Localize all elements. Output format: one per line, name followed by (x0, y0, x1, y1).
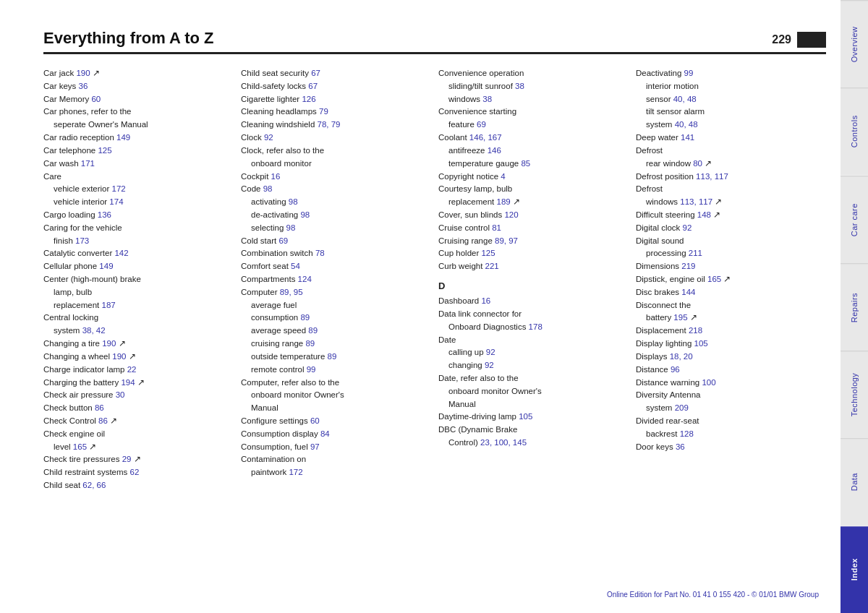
list-item: Cold start 69 (241, 235, 431, 248)
list-item: system 209 (636, 402, 826, 415)
list-item: Divided rear-seat (636, 415, 826, 428)
list-item: Car radio reception 149 (43, 132, 234, 145)
list-item: Combination switch 78 (241, 247, 431, 260)
list-item: Check engine oil (43, 428, 234, 441)
tab-index[interactable]: Index (841, 526, 868, 613)
list-item: Car keys 36 (43, 80, 234, 93)
list-item: Displacement 218 (636, 325, 826, 338)
list-item: Defrost (636, 145, 826, 158)
list-item: Defrost position 113, 117 (636, 171, 826, 184)
page-wrapper: Everything from A to Z 229 Car jack 190 … (0, 0, 868, 613)
list-item: Car Memory 60 (43, 93, 234, 106)
list-item: outside temperature 89 (241, 351, 431, 364)
list-item: Cup holder 125 (438, 247, 629, 260)
list-item: Deep water 141 (636, 132, 826, 145)
tab-controls[interactable]: Controls (841, 87, 868, 175)
tab-repairs[interactable]: Repairs (841, 263, 868, 351)
list-item: antifreeze 146 (438, 145, 629, 158)
list-item: consumption 89 (241, 312, 431, 325)
list-item: Child restraint systems 62 (43, 466, 234, 479)
list-item: Data link connector for (438, 308, 629, 321)
list-item: sliding/tilt sunroof 38 (438, 80, 629, 93)
list-item: Digital clock 92 (636, 222, 826, 235)
list-item: Difficult steering 148 ↗ (636, 209, 826, 222)
list-item: Code 98 (241, 183, 431, 196)
list-item: Configure settings 60 (241, 415, 431, 428)
list-item: Cargo loading 136 (43, 209, 234, 222)
list-item: onboard monitor (241, 158, 431, 171)
list-item: windows 38 (438, 93, 629, 106)
list-item: Digital sound (636, 235, 826, 248)
list-item: Clock 92 (241, 132, 431, 145)
page-header: Everything from A to Z 229 (43, 29, 826, 54)
list-item: Charge indicator lamp 22 (43, 364, 234, 377)
list-item: finish 173 (43, 235, 234, 248)
page-title: Everything from A to Z (43, 29, 214, 48)
list-item: onboard monitor Owner's (438, 385, 629, 398)
list-item: Manual (438, 398, 629, 411)
list-item: Child-safety locks 67 (241, 80, 431, 93)
footer-text: Online Edition for Part No. 01 41 0 155 … (607, 591, 819, 599)
list-item: Cruise control 81 (438, 222, 629, 235)
list-item: Central locking (43, 312, 234, 325)
list-item: Disc brakes 144 (636, 286, 826, 299)
list-item: Dimensions 219 (636, 260, 826, 273)
list-item: Consumption, fuel 97 (241, 441, 431, 454)
list-item: Car jack 190 ↗ (43, 67, 234, 80)
list-item: Cleaning windshield 78, 79 (241, 119, 431, 132)
index-columns: Car jack 190 ↗ Car keys 36 Car Memory 60… (43, 67, 826, 492)
list-item: Manual (241, 402, 431, 415)
list-item: level 165 ↗ (43, 441, 234, 454)
list-item: Center (high-mount) brake (43, 273, 234, 286)
list-item: Clock, refer also to the (241, 145, 431, 158)
list-item: average speed 89 (241, 325, 431, 338)
tab-car-care[interactable]: Car care (841, 176, 868, 263)
list-item: Control) 23, 100, 145 (438, 437, 629, 450)
list-item: Coolant 146, 167 (438, 132, 629, 145)
list-item: battery 195 ↗ (636, 312, 826, 325)
list-item: Compartments 124 (241, 273, 431, 286)
list-item: Door keys 36 (636, 441, 826, 454)
list-item: changing 92 (438, 359, 629, 372)
list-item: Daytime-driving lamp 105 (438, 411, 629, 424)
list-item: Disconnect the (636, 299, 826, 312)
list-item: feature 69 (438, 119, 629, 132)
list-item: paintwork 172 (241, 466, 431, 479)
list-item: vehicle interior 174 (43, 196, 234, 209)
tab-data[interactable]: Data (841, 438, 868, 526)
list-item: windows 113, 117 ↗ (636, 196, 826, 209)
list-item: Displays 18, 20 (636, 351, 826, 364)
list-item: Car phones, refer to the (43, 106, 234, 119)
list-item: average fuel (241, 299, 431, 312)
list-item: Check button 86 (43, 402, 234, 415)
page-number-box (797, 32, 826, 48)
list-item: Defrost (636, 183, 826, 196)
list-item: Date (438, 334, 629, 347)
list-item: Caring for the vehicle (43, 222, 234, 235)
list-item: onboard monitor Owner's (241, 389, 431, 402)
list-item: Distance warning 100 (636, 377, 826, 390)
list-item: Check tire pressures 29 ↗ (43, 453, 234, 466)
list-item: lamp, bulb (43, 286, 234, 299)
index-col-2: Child seat security 67 Child-safety lock… (241, 67, 431, 492)
list-item: system 38, 42 (43, 325, 234, 338)
list-item: Display lighting 105 (636, 338, 826, 351)
list-item: Cellular phone 149 (43, 260, 234, 273)
section-letter-d: D (438, 279, 629, 293)
tab-overview[interactable]: Overview (841, 0, 868, 87)
list-item: Deactivating 99 (636, 67, 826, 80)
list-item: replacement 189 ↗ (438, 196, 629, 209)
list-item: replacement 187 (43, 299, 234, 312)
list-item: Convenience starting (438, 106, 629, 119)
list-item: Care (43, 171, 234, 184)
list-item: Dipstick, engine oil 165 ↗ (636, 273, 826, 286)
list-item: Curb weight 221 (438, 260, 629, 273)
list-item: Diversity Antenna (636, 389, 826, 402)
list-item: Changing a wheel 190 ↗ (43, 351, 234, 364)
list-item: Consumption display 84 (241, 428, 431, 441)
list-item: Check air pressure 30 (43, 389, 234, 402)
tab-technology[interactable]: Technology (841, 351, 868, 438)
list-item: Cleaning headlamps 79 (241, 106, 431, 119)
list-item: Copyright notice 4 (438, 171, 629, 184)
index-col-3: Convenience operation sliding/tilt sunro… (438, 67, 629, 492)
